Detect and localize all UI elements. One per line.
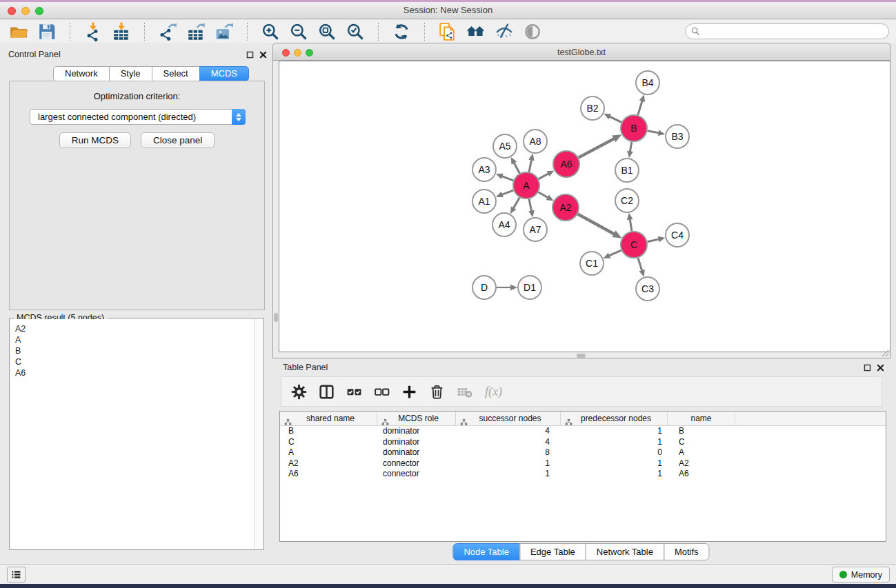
column-header-predecessor-nodes[interactable]: predecessor nodes [561, 412, 668, 425]
graph-edge-A-A5[interactable] [513, 162, 519, 174]
select-all-icon[interactable] [345, 383, 364, 401]
mcds-result-item[interactable]: A [15, 334, 254, 345]
zoom-out-icon[interactable] [288, 21, 309, 42]
tab-network-table[interactable]: Network Table [586, 543, 664, 560]
graph-edge-A-A2[interactable] [538, 192, 548, 199]
function-builder-icon[interactable]: f(x) [483, 385, 502, 399]
column-header-successor-nodes[interactable]: successor nodes [456, 412, 561, 425]
table-cell[interactable]: C [280, 437, 377, 448]
refresh-layout-icon[interactable] [391, 21, 412, 42]
table-cell[interactable]: 1 [456, 458, 561, 469]
vertical-scroll-thumb[interactable] [274, 313, 278, 322]
open-session-icon[interactable] [8, 21, 29, 42]
graph-edge-A-A8[interactable] [529, 159, 532, 172]
tab-mcds[interactable]: MCDS [199, 66, 249, 81]
table-cell[interactable]: 1 [561, 469, 668, 480]
table-row[interactable]: A2connector11A2 [280, 458, 886, 469]
mcds-result-item[interactable]: C [15, 356, 254, 367]
graph-edge-C-C1[interactable] [608, 250, 621, 256]
column-header-mcds-role[interactable]: MCDS role [377, 412, 456, 425]
graph-edge-A-A7[interactable] [529, 199, 532, 212]
column-header-shared-name[interactable]: shared name [280, 412, 377, 425]
table-cell[interactable]: 1 [456, 469, 561, 480]
table-cell[interactable]: A [668, 447, 735, 458]
table-cell[interactable]: 1 [561, 426, 668, 437]
graph-edge-A-A1[interactable] [501, 190, 513, 195]
table-cell[interactable]: A6 [280, 469, 377, 480]
save-session-icon[interactable] [37, 21, 57, 42]
table-cell[interactable]: A6 [668, 469, 735, 480]
table-cell[interactable]: B [280, 426, 377, 437]
home-icon[interactable] [466, 21, 486, 42]
tab-select[interactable]: Select [152, 66, 200, 81]
table-cell[interactable]: 4 [456, 426, 561, 437]
tab-style[interactable]: Style [109, 66, 152, 81]
table-cell[interactable]: A [280, 447, 377, 458]
mcds-result-item[interactable]: B [15, 345, 254, 356]
table-cell[interactable]: connector [377, 469, 456, 480]
export-image-icon[interactable] [214, 21, 235, 42]
close-table-panel-icon[interactable] [876, 363, 885, 372]
copy-network-icon[interactable] [437, 21, 458, 42]
graph-edge-C-C2[interactable] [630, 219, 632, 232]
table-row[interactable]: Bdominator41B [280, 426, 886, 437]
mcds-result-item[interactable]: A6 [15, 367, 254, 378]
mcds-result-item[interactable]: A2 [15, 323, 254, 334]
graph-edge-A-A4[interactable] [513, 197, 519, 209]
search-box[interactable] [685, 23, 889, 39]
tab-motifs[interactable]: Motifs [664, 543, 710, 560]
import-table-icon[interactable] [111, 21, 132, 42]
graph-edge-B-B3[interactable] [648, 131, 660, 133]
add-row-icon[interactable] [400, 383, 419, 401]
table-row[interactable]: Adominator80A [280, 447, 886, 458]
resize-grip-icon[interactable] [881, 349, 889, 357]
run-mcds-button[interactable]: Run MCDS [59, 132, 131, 148]
table-row[interactable]: A6connector11A6 [280, 469, 886, 480]
close-panel-icon[interactable] [259, 50, 268, 59]
graph-edge-B-B4[interactable] [638, 100, 643, 115]
tab-node-table[interactable]: Node Table [452, 543, 520, 560]
close-panel-button[interactable]: Close panel [141, 132, 215, 148]
graph-edge-A-A6[interactable] [539, 173, 550, 179]
zoom-in-icon[interactable] [260, 21, 281, 42]
table-row[interactable]: Cdominator41C [280, 437, 886, 448]
graph-edge-A-A3[interactable] [501, 176, 513, 181]
delete-table-icon[interactable] [455, 383, 474, 401]
app-titlebar[interactable]: Session: New Session [0, 2, 896, 19]
zoom-fit-icon[interactable] [317, 21, 337, 42]
table-cell[interactable]: 1 [561, 437, 668, 448]
float-table-panel-icon[interactable] [863, 363, 872, 372]
network-vertical-scrollbar[interactable] [273, 61, 279, 352]
table-cell[interactable]: 4 [456, 437, 561, 448]
graph-edge-B-B2[interactable] [608, 116, 621, 122]
table-cell[interactable]: dominator [377, 447, 456, 458]
memory-button[interactable]: Memory [832, 567, 890, 582]
import-network-icon[interactable] [83, 21, 103, 42]
export-network-icon[interactable] [157, 21, 178, 42]
zoom-selected-icon[interactable] [345, 21, 366, 42]
table-cell[interactable]: A2 [280, 458, 377, 469]
task-history-button[interactable] [7, 567, 26, 582]
graph-edge-A6-B[interactable] [579, 139, 615, 158]
table-cell[interactable]: 8 [456, 447, 561, 458]
horizontal-scroll-thumb[interactable] [577, 354, 586, 358]
export-table-icon[interactable] [186, 21, 206, 42]
table-cell[interactable]: 1 [561, 458, 668, 469]
hide-selected-icon[interactable] [494, 21, 515, 42]
graph-edge-A2-C[interactable] [578, 214, 615, 235]
table-cell[interactable]: A2 [668, 458, 735, 469]
table-cell[interactable]: 0 [561, 447, 668, 458]
criterion-select[interactable]: largest connected component (directed) [30, 109, 246, 125]
settings-icon[interactable] [290, 383, 308, 401]
table-cell[interactable]: C [668, 437, 735, 448]
column-header-name[interactable]: name [668, 412, 735, 425]
network-window-titlebar[interactable]: testGlobe.txt [272, 43, 890, 61]
table-cell[interactable]: connector [377, 458, 456, 469]
network-canvas[interactable]: AA1A2A3A4A5A6A7A8BB1B2B3B4CC1C2C3C4DD1 [279, 61, 890, 352]
table-cell[interactable]: dominator [377, 426, 456, 437]
table-cell[interactable]: B [668, 426, 735, 437]
table-cell[interactable]: dominator [377, 437, 456, 448]
tab-edge-table[interactable]: Edge Table [519, 543, 586, 560]
search-input[interactable] [701, 26, 888, 38]
column-layout-icon[interactable] [317, 383, 336, 401]
